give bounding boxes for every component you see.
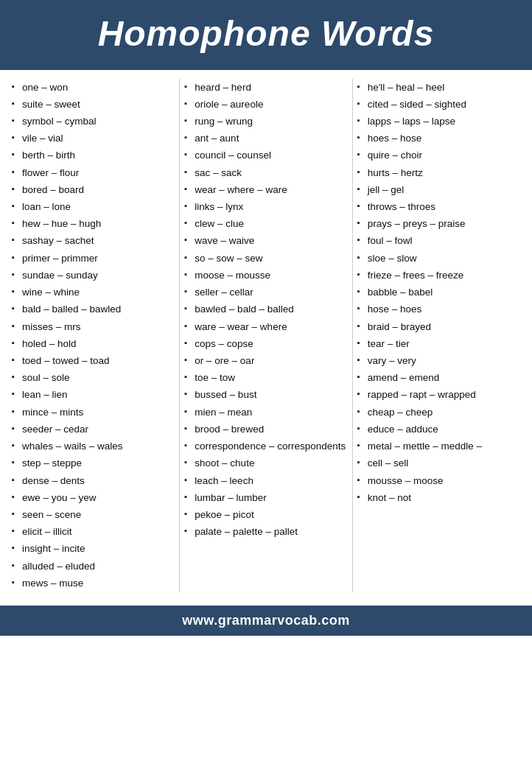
list-item: vile – vial — [12, 130, 175, 147]
list-item: bawled – bald – balled — [184, 301, 347, 318]
list-item: hew – hue – hugh — [12, 216, 175, 233]
list-item: cheap – cheep — [357, 404, 520, 421]
list-item: holed – hold — [12, 335, 175, 352]
list-item: mousse – moose — [357, 472, 520, 489]
list-item: hoes – hose — [357, 130, 520, 147]
list-item: suite – sweet — [12, 96, 175, 113]
list-item: sac – sack — [184, 164, 347, 181]
list-item: educe – adduce — [357, 421, 520, 438]
list-item: hurts – hertz — [357, 164, 520, 181]
list-item: wave – waive — [184, 233, 347, 250]
list-item: throws – throes — [357, 199, 520, 216]
list-item: sundae – sunday — [12, 267, 175, 284]
list-item: toe – tow — [184, 370, 347, 387]
column-3: he'll – heal – heelcited – sided – sight… — [353, 79, 525, 592]
column-2: heard – herdoriole – aureolerung – wrung… — [180, 79, 352, 592]
content-area: one – wonsuite – sweetsymbol – cymbalvil… — [0, 70, 532, 600]
list-item: prays – preys – praise — [357, 216, 520, 233]
list-item: seen – scene — [12, 506, 175, 523]
page-footer: www.grammarvocab.com — [0, 606, 532, 636]
list-item: ware – wear – where — [184, 318, 347, 335]
list-item: elicit – illicit — [12, 524, 175, 541]
list-item: one – won — [12, 79, 175, 96]
list-item: leach – leech — [184, 472, 347, 489]
column-1: one – wonsuite – sweetsymbol – cymbalvil… — [7, 79, 180, 592]
list-item: cited – sided – sighted — [357, 96, 520, 113]
list-item: symbol – cymbal — [12, 113, 175, 130]
list-item: links – lynx — [184, 199, 347, 216]
page-header: Homophone Words — [0, 0, 532, 70]
list-item: bored – board — [12, 181, 175, 198]
list-item: braid – brayed — [357, 318, 520, 335]
list-item: bussed – bust — [184, 387, 347, 404]
list-2: heard – herdoriole – aureolerung – wrung… — [184, 79, 347, 541]
list-item: soul – sole — [12, 370, 175, 387]
list-item: knot – not — [357, 489, 520, 506]
list-item: seeder – cedar — [12, 421, 175, 438]
list-item: rapped – rapt – wrapped — [357, 387, 520, 404]
list-item: ant – aunt — [184, 130, 347, 147]
list-item: council – counsel — [184, 147, 347, 164]
list-item: lapps – laps – lapse — [357, 113, 520, 130]
list-item: loan – lone — [12, 199, 175, 216]
list-item: alluded – eluded — [12, 558, 175, 575]
list-item: misses – mrs — [12, 318, 175, 335]
list-item: dense – dents — [12, 472, 175, 489]
list-item: lumbar – lumber — [184, 489, 347, 506]
list-item: palate – palette – pallet — [184, 524, 347, 541]
list-item: bald – balled – bawled — [12, 301, 175, 318]
list-item: vary – very — [357, 353, 520, 370]
list-item: so – sow – sew — [184, 250, 347, 267]
list-item: quire – choir — [357, 147, 520, 164]
list-item: step – steppe — [12, 455, 175, 472]
list-item: wear – where – ware — [184, 181, 347, 198]
list-item: he'll – heal – heel — [357, 79, 520, 96]
list-item: primer – primmer — [12, 250, 175, 267]
list-item: mince – mints — [12, 404, 175, 421]
list-item: insight – incite — [12, 541, 175, 558]
list-item: sashay – sachet — [12, 233, 175, 250]
list-item: toed – towed – toad — [12, 353, 175, 370]
list-item: mews – muse — [12, 575, 175, 592]
list-item: jell – gel — [357, 181, 520, 198]
list-item: oriole – aureole — [184, 96, 347, 113]
list-item: heard – herd — [184, 79, 347, 96]
list-item: flower – flour — [12, 164, 175, 181]
list-item: rung – wrung — [184, 113, 347, 130]
list-item: whales – wails – wales — [12, 438, 175, 455]
list-item: tear – tier — [357, 335, 520, 352]
page-title: Homophone Words — [15, 13, 517, 54]
list-item: lean – lien — [12, 387, 175, 404]
list-item: clew – clue — [184, 216, 347, 233]
list-item: shoot – chute — [184, 455, 347, 472]
list-item: cops – copse — [184, 335, 347, 352]
list-item: sloe – slow — [357, 250, 520, 267]
list-item: mien – mean — [184, 404, 347, 421]
list-item: or – ore – oar — [184, 353, 347, 370]
list-item: berth – birth — [12, 147, 175, 164]
list-item: correspondence – correspondents — [184, 438, 347, 455]
list-item: seller – cellar — [184, 284, 347, 301]
list-item: foul – fowl — [357, 233, 520, 250]
list-1: one – wonsuite – sweetsymbol – cymbalvil… — [12, 79, 175, 592]
list-item: moose – mousse — [184, 267, 347, 284]
list-item: pekoe – picot — [184, 506, 347, 523]
list-item: cell – sell — [357, 455, 520, 472]
list-item: metal – mettle – meddle – — [357, 438, 520, 455]
list-item: babble – babel — [357, 284, 520, 301]
list-item: hose – hoes — [357, 301, 520, 318]
footer-url: www.grammarvocab.com — [182, 613, 349, 628]
list-item: brood – brewed — [184, 421, 347, 438]
list-item: wine – whine — [12, 284, 175, 301]
list-item: frieze – frees – freeze — [357, 267, 520, 284]
list-item: amend – emend — [357, 370, 520, 387]
list-item: ewe – you – yew — [12, 489, 175, 506]
list-3: he'll – heal – heelcited – sided – sight… — [357, 79, 520, 506]
